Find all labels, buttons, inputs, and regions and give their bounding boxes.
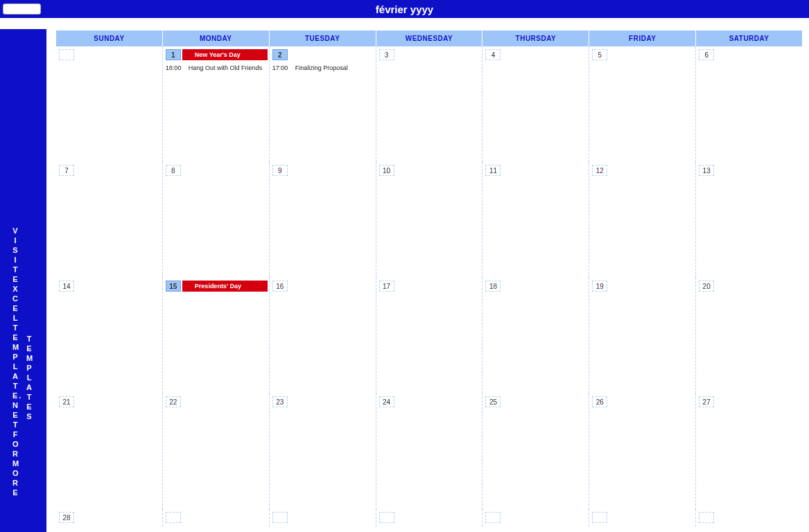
day-number: 21 bbox=[59, 396, 74, 407]
day-number: 23 bbox=[272, 396, 288, 407]
header-input[interactable] bbox=[3, 3, 41, 15]
event[interactable]: 17:00Finalizing Proposal bbox=[272, 64, 373, 71]
day-number: 25 bbox=[485, 396, 501, 407]
day-number: 27 bbox=[699, 396, 714, 407]
dayhead-monday: MONDAY bbox=[163, 30, 270, 46]
event-text: Hang Out with Old Friends bbox=[189, 64, 262, 71]
dayhead-thursday: THURSDAY bbox=[482, 30, 589, 46]
day-cell[interactable] bbox=[589, 509, 696, 526]
day-number bbox=[166, 512, 181, 523]
day-cell[interactable]: 23 bbox=[270, 393, 376, 509]
day-cell[interactable]: 217:00Finalizing Proposal bbox=[270, 46, 376, 162]
day-number: 3 bbox=[379, 49, 394, 60]
day-cell[interactable]: 22 bbox=[163, 393, 270, 509]
day-number: 10 bbox=[379, 165, 394, 176]
day-cell[interactable]: 10 bbox=[376, 162, 483, 278]
day-cell[interactable]: 25 bbox=[482, 393, 589, 509]
day-cell[interactable]: 16 bbox=[270, 278, 376, 393]
calendar: SUNDAY MONDAY TUESDAY WEDNESDAY THURSDAY… bbox=[46, 18, 809, 532]
day-cell[interactable]: 1New Year's Day18:00Hang Out with Old Fr… bbox=[163, 46, 270, 162]
day-cell[interactable]: 13 bbox=[696, 162, 802, 278]
holiday-label: New Year's Day bbox=[182, 49, 268, 60]
day-cell[interactable]: 24 bbox=[376, 393, 483, 509]
day-number: 6 bbox=[699, 49, 714, 60]
week-row: 21222324252627 bbox=[56, 393, 802, 509]
day-number bbox=[485, 512, 501, 523]
day-number: 13 bbox=[699, 165, 714, 176]
dayhead-wednesday: WEDNESDAY bbox=[376, 30, 483, 46]
day-number: 2 bbox=[272, 49, 288, 60]
week-row: 1415Presidents' Day1617181920 bbox=[56, 278, 802, 393]
holiday-label: Presidents' Day bbox=[182, 281, 268, 292]
week-row: 78910111213 bbox=[56, 162, 802, 278]
day-cell[interactable]: 9 bbox=[270, 162, 376, 278]
day-number: 19 bbox=[592, 281, 607, 292]
day-cell[interactable] bbox=[163, 509, 270, 526]
event-time: 18:00 bbox=[166, 64, 185, 71]
day-cell[interactable]: 20 bbox=[696, 278, 802, 393]
dayhead-tuesday: TUESDAY bbox=[270, 30, 376, 46]
sidebar: VISIT EXCELTEMPLATE.NET FOR MORE TEMPLAT… bbox=[0, 29, 46, 532]
dayhead-saturday: SATURDAY bbox=[696, 30, 802, 46]
day-cell[interactable]: 27 bbox=[696, 393, 802, 509]
day-number: 16 bbox=[272, 281, 288, 292]
day-cell[interactable] bbox=[482, 509, 589, 526]
day-number: 15 bbox=[166, 281, 181, 292]
day-number: 1 bbox=[166, 49, 181, 60]
week-row: 28 bbox=[56, 509, 802, 526]
day-number: 17 bbox=[379, 281, 394, 292]
day-number: 24 bbox=[379, 396, 394, 407]
day-number: 18 bbox=[485, 281, 501, 292]
day-cell[interactable]: 14 bbox=[56, 278, 163, 393]
day-cell[interactable]: 4 bbox=[482, 46, 589, 162]
day-number: 14 bbox=[59, 281, 74, 292]
day-cell[interactable]: 21 bbox=[56, 393, 163, 509]
event-text: Finalizing Proposal bbox=[295, 64, 348, 71]
day-cell[interactable] bbox=[56, 46, 163, 162]
day-number: 28 bbox=[59, 512, 74, 523]
day-number: 7 bbox=[59, 165, 74, 176]
sidebar-text-1: VISIT EXCELTEMPLATE.NET FOR MORE bbox=[12, 226, 19, 497]
day-cell[interactable]: 15Presidents' Day bbox=[163, 278, 270, 393]
day-number: 22 bbox=[166, 396, 181, 407]
day-cell[interactable]: 28 bbox=[56, 509, 163, 526]
day-cell[interactable]: 7 bbox=[56, 162, 163, 278]
day-cell[interactable] bbox=[270, 509, 376, 526]
day-number: 9 bbox=[272, 165, 288, 176]
day-number bbox=[699, 512, 714, 523]
day-cell[interactable]: 3 bbox=[376, 46, 483, 162]
day-header-row: SUNDAY MONDAY TUESDAY WEDNESDAY THURSDAY… bbox=[56, 30, 802, 46]
sidebar-text-2: TEMPLATES bbox=[26, 334, 33, 421]
day-number: 11 bbox=[485, 165, 501, 176]
day-cell[interactable]: 18 bbox=[482, 278, 589, 393]
day-cell[interactable]: 26 bbox=[589, 393, 696, 509]
week-row: 1New Year's Day18:00Hang Out with Old Fr… bbox=[56, 46, 802, 162]
day-number: 12 bbox=[592, 165, 607, 176]
day-cell[interactable]: 11 bbox=[482, 162, 589, 278]
day-number: 26 bbox=[592, 396, 607, 407]
day-cell[interactable]: 6 bbox=[696, 46, 802, 162]
day-cell[interactable] bbox=[696, 509, 802, 526]
day-number bbox=[379, 512, 394, 523]
day-cell[interactable]: 19 bbox=[589, 278, 696, 393]
page-title: février yyyy bbox=[376, 3, 433, 15]
day-number bbox=[272, 512, 288, 523]
day-number bbox=[59, 49, 74, 60]
day-cell[interactable]: 8 bbox=[163, 162, 270, 278]
dayhead-sunday: SUNDAY bbox=[56, 30, 163, 46]
event[interactable]: 18:00Hang Out with Old Friends bbox=[166, 64, 266, 71]
day-number: 20 bbox=[699, 281, 714, 292]
event-time: 17:00 bbox=[272, 64, 292, 71]
day-cell[interactable]: 12 bbox=[589, 162, 696, 278]
header-bar: février yyyy bbox=[0, 0, 809, 18]
dayhead-friday: FRIDAY bbox=[589, 30, 696, 46]
day-cell[interactable]: 17 bbox=[376, 278, 483, 393]
day-number: 8 bbox=[166, 165, 181, 176]
day-number: 4 bbox=[485, 49, 501, 60]
day-cell[interactable]: 5 bbox=[589, 46, 696, 162]
day-number: 5 bbox=[592, 49, 607, 60]
day-cell[interactable] bbox=[376, 509, 483, 526]
day-number bbox=[592, 512, 607, 523]
